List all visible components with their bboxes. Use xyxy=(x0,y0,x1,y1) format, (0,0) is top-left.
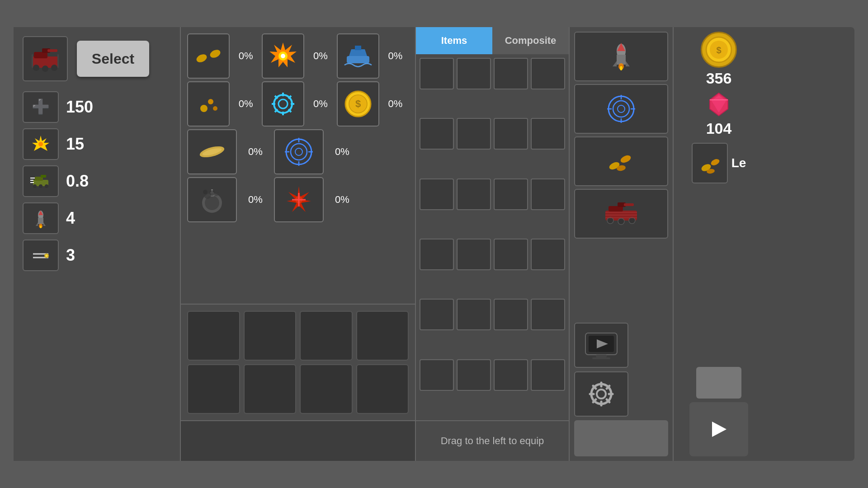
svg-rect-44 xyxy=(355,46,361,50)
svg-point-4 xyxy=(33,65,39,71)
inv-slot-5-3[interactable] xyxy=(494,299,528,330)
item-2-pct3: 0% xyxy=(382,98,409,110)
inv-slot-4-2[interactable] xyxy=(457,239,491,270)
item-sparks[interactable] xyxy=(187,81,230,127)
top-section: Select xyxy=(23,36,171,81)
inv-slot-2-4[interactable] xyxy=(531,118,565,150)
svg-point-13 xyxy=(38,142,43,146)
inv-slot-5-4[interactable] xyxy=(531,299,565,330)
item-2-pct1: 0% xyxy=(232,98,259,110)
svg-text:➕: ➕ xyxy=(32,98,50,115)
le-label: Le xyxy=(731,156,746,170)
empty-slot-8[interactable] xyxy=(356,364,409,414)
ammo-icon xyxy=(23,202,59,234)
inv-slot-3-1[interactable] xyxy=(420,178,454,210)
empty-slot-5[interactable] xyxy=(187,364,240,414)
main-container: Select ➕ 150 15 xyxy=(14,27,854,461)
empty-slot-7[interactable] xyxy=(300,364,353,414)
svg-point-131 xyxy=(710,158,720,166)
inv-slot-1-3[interactable] xyxy=(494,58,528,89)
empty-slot-6[interactable] xyxy=(244,364,297,414)
inv-slot-6-1[interactable] xyxy=(420,359,454,391)
inv-slot-4-1[interactable] xyxy=(420,239,454,270)
select-button[interactable]: Select xyxy=(77,41,149,77)
inv-slot-6-2[interactable] xyxy=(457,359,491,391)
inv-slot-6-4[interactable] xyxy=(531,359,565,391)
item-target[interactable] xyxy=(274,129,324,174)
item-1-pct1: 0% xyxy=(232,50,259,62)
range-icon xyxy=(23,239,59,271)
svg-point-6 xyxy=(51,65,57,71)
item-3-pct1: 0% xyxy=(240,146,271,158)
empty-slot-2[interactable] xyxy=(244,311,297,361)
inv-slot-2-1[interactable] xyxy=(420,118,454,150)
coin-currency: $ 356 xyxy=(701,32,737,87)
item-row-2: 0% xyxy=(187,81,409,127)
tank-icon[interactable] xyxy=(23,36,68,81)
left-panel: Select ➕ 150 15 xyxy=(14,27,181,461)
item-bullets[interactable] xyxy=(187,33,230,79)
settings-button[interactable] xyxy=(574,371,628,417)
item-gear[interactable] xyxy=(262,81,304,127)
inventory-panel: Items Composite xyxy=(416,27,570,461)
item-star[interactable] xyxy=(274,177,324,222)
svg-text:$: $ xyxy=(716,45,721,55)
items-grid: 0% 0% xyxy=(181,27,415,304)
speed-icon xyxy=(23,165,59,197)
inv-slot-2-3[interactable] xyxy=(494,118,528,150)
ammo-stat-row: 4 xyxy=(23,202,171,234)
tab-items[interactable]: Items xyxy=(416,27,492,54)
svg-point-65 xyxy=(295,148,302,155)
inv-slot-1-2[interactable] xyxy=(457,58,491,89)
item-explosion[interactable] xyxy=(262,33,304,79)
empty-slot-4[interactable] xyxy=(356,311,409,361)
inv-slot-3-3[interactable] xyxy=(494,178,528,210)
tv-button[interactable] xyxy=(574,323,628,368)
range-value: 3 xyxy=(66,246,75,265)
item-row-1: 0% 0% xyxy=(187,33,409,79)
svg-point-49 xyxy=(278,99,288,108)
svg-point-77 xyxy=(203,190,208,194)
empty-slot-1[interactable] xyxy=(187,311,240,361)
inv-slot-6-3[interactable] xyxy=(494,359,528,391)
inv-slot-1-1[interactable] xyxy=(420,58,454,89)
empty-slot-3[interactable] xyxy=(300,311,353,361)
item-1-pct2: 0% xyxy=(307,50,334,62)
bottom-bar-middle xyxy=(181,420,415,461)
tab-composite[interactable]: Composite xyxy=(492,27,569,54)
svg-point-18 xyxy=(33,184,37,188)
far-right-bottom xyxy=(574,241,668,456)
next-arrow-button[interactable] xyxy=(689,402,748,456)
item-grenade[interactable] xyxy=(187,177,237,222)
inv-slot-3-4[interactable] xyxy=(531,178,565,210)
inv-slot-3-2[interactable] xyxy=(457,178,491,210)
svg-rect-112 xyxy=(596,355,607,357)
damage-value: 15 xyxy=(66,135,84,154)
middle-panel: 0% 0% xyxy=(181,27,416,461)
item-ship[interactable] xyxy=(337,33,379,79)
svg-point-63 xyxy=(286,139,311,164)
quick-slot-ammo[interactable] xyxy=(574,136,668,186)
svg-point-75 xyxy=(209,190,215,196)
speed-value: 0.8 xyxy=(66,172,89,191)
item-thumbnail-le xyxy=(692,143,728,183)
svg-point-37 xyxy=(195,53,208,64)
svg-point-115 xyxy=(597,389,606,399)
item-row-4: 0% 0% xyxy=(187,177,409,222)
health-value: 150 xyxy=(66,98,93,117)
svg-point-105 xyxy=(629,217,635,224)
inv-slot-4-4[interactable] xyxy=(531,239,565,270)
svg-point-47 xyxy=(213,106,217,111)
inv-slot-1-4[interactable] xyxy=(531,58,565,89)
item-projectile[interactable] xyxy=(187,129,237,174)
inv-slot-4-3[interactable] xyxy=(494,239,528,270)
svg-rect-26 xyxy=(38,218,43,224)
item-coin[interactable]: $ xyxy=(337,81,379,127)
quick-slot-target[interactable] xyxy=(574,84,668,134)
svg-point-104 xyxy=(618,218,624,225)
quick-slot-rocket[interactable] xyxy=(574,32,668,81)
inv-slot-5-2[interactable] xyxy=(457,299,491,330)
quick-slot-tank[interactable] xyxy=(574,189,668,239)
inv-slot-5-1[interactable] xyxy=(420,299,454,330)
inv-slot-2-2[interactable] xyxy=(457,118,491,150)
